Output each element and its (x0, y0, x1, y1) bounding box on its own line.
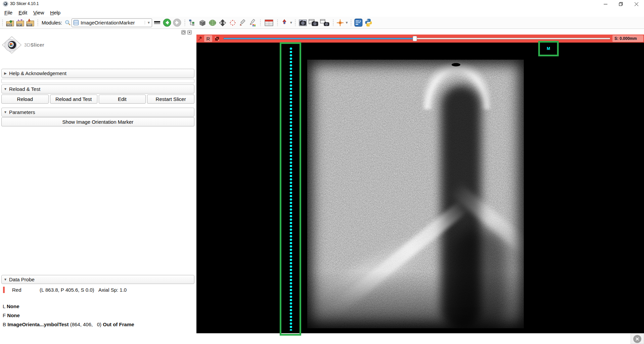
popout-icon (181, 30, 186, 35)
panel-popup-button[interactable] (181, 30, 186, 35)
panel-toggle-icon (154, 21, 160, 25)
model-sphere-icon (209, 19, 217, 27)
collapsed-arrow-icon: ▶ (2, 71, 9, 75)
chevron-down-icon[interactable]: ▼ (289, 21, 293, 24)
scene-view-restore-button[interactable] (319, 18, 331, 28)
close-button[interactable] (629, 0, 644, 8)
load-data-button[interactable]: DATA (5, 18, 15, 28)
folder-dicom-icon: DCM (16, 19, 25, 27)
show-orientation-marker-button[interactable]: Show Image Orientation Marker (1, 117, 194, 126)
slicer-logo-text: 3DSlicer (24, 42, 44, 48)
menu-bar: File Edit View Help (0, 8, 644, 17)
view-controllers-button[interactable] (280, 18, 289, 28)
module-history-forward-button[interactable] (172, 18, 182, 28)
arch-notch (452, 63, 460, 66)
section-parameters[interactable]: ▼ Parameters (1, 108, 194, 117)
slicer-window: 3D Slicer 4.10.1 File Edit View Help (0, 0, 644, 344)
section-data-probe-label: Data Probe (9, 277, 35, 282)
title-bar: 3D Slicer 4.10.1 (0, 0, 644, 8)
section-reload-label: Reload & Test (9, 86, 40, 92)
edit-button[interactable]: Edit (99, 95, 146, 104)
data-probe-slice-row: Red (L 863.8, P 405.6, S 0.0) Axial Sp: … (0, 286, 196, 294)
module-icon (73, 20, 79, 25)
menu-help[interactable]: Help (47, 9, 63, 16)
slice-name: Red (12, 287, 21, 293)
restore-button[interactable] (613, 0, 629, 8)
link-icon (215, 36, 220, 41)
notification-close-button[interactable] (631, 334, 644, 344)
svg-text:SAVE: SAVE (27, 24, 32, 26)
ras-coordinates: (L 863.8, P 405.6, S 0.0) (40, 287, 94, 293)
pushpin-icon (198, 36, 203, 41)
slice-orientation-label[interactable]: R (204, 35, 212, 42)
subject-hierarchy-button[interactable] (187, 18, 197, 28)
layout-selector-button[interactable] (263, 18, 275, 28)
models-module-button[interactable] (208, 18, 218, 28)
crosshair-button[interactable] (336, 18, 344, 28)
speckle-texture (307, 60, 524, 328)
updown-arrows-icon (282, 19, 287, 26)
restart-slicer-button[interactable]: Restart Slicer (147, 95, 194, 104)
python-console-button[interactable] (364, 18, 374, 28)
screenshot-button[interactable] (298, 18, 308, 28)
module-search-button[interactable] (64, 18, 72, 28)
load-dicom-button[interactable]: DCM (15, 18, 25, 28)
bright-band-left-echo (307, 226, 442, 326)
menu-view[interactable]: View (30, 9, 47, 16)
module-history-back-button[interactable] (162, 18, 172, 28)
camera-window-small-icon (320, 19, 330, 26)
volumes-module-button[interactable] (197, 18, 208, 28)
python-icon (364, 18, 373, 27)
transforms-module-button[interactable] (218, 18, 228, 28)
slice-pin-button[interactable] (197, 36, 203, 42)
reload-and-test-button[interactable]: Reload and Test (50, 95, 97, 104)
annotation-pen-icon (249, 19, 257, 26)
chevron-down-icon: ▼ (145, 21, 150, 24)
slice-render-area[interactable]: M B: ImageOrientationMarkerSymbolTest (196, 43, 644, 333)
app-logo-icon (3, 1, 8, 7)
slider-fill (224, 38, 415, 39)
slice-controller-bar: R S: 0.000mm (196, 35, 644, 43)
camera-window-icon (309, 19, 319, 26)
expanded-arrow-icon: ▼ (2, 87, 9, 91)
scene-view-capture-button[interactable] (308, 18, 319, 28)
slice-spacing: Axial Sp: 1.0 (98, 287, 127, 293)
camera-icon (299, 19, 307, 26)
minimize-icon (604, 2, 607, 6)
probe-label-layer: L None (3, 303, 19, 309)
menu-file[interactable]: File (1, 9, 15, 16)
section-data-probe[interactable]: ▼ Data Probe (1, 275, 194, 284)
acoustic-shadow-column (441, 85, 481, 328)
menu-edit[interactable]: Edit (15, 9, 30, 16)
minimize-button[interactable] (598, 0, 613, 8)
panel-close-button[interactable] (187, 30, 192, 35)
toolbar-grip (350, 19, 352, 26)
restore-icon (619, 2, 623, 6)
module-panel-toggle-button[interactable] (152, 18, 162, 28)
red-slice-color-swatch (3, 287, 5, 293)
close-box-icon (187, 30, 192, 35)
markups-module-button[interactable] (228, 18, 238, 28)
module-selector-combobox[interactable]: ImageOrientationMarker ▼ (72, 18, 152, 27)
search-icon (65, 20, 71, 26)
editor-module-button[interactable] (238, 18, 248, 28)
extensions-manager-button[interactable] (354, 18, 364, 28)
annotations-module-button[interactable] (248, 18, 258, 28)
slice-link-button[interactable] (214, 36, 220, 42)
section-help-acknowledgement[interactable]: ▶ Help & Acknowledgement (1, 69, 194, 78)
highlight-rectangle-marker: M (538, 41, 559, 56)
background-volume-label: B: ImageOrientationMarkerSymbolTest (199, 334, 279, 340)
chevron-down-icon[interactable]: ▼ (345, 21, 349, 24)
save-data-button[interactable]: SAVE (25, 18, 35, 28)
reload-button[interactable]: Reload (1, 95, 49, 104)
module-selected-name: ImageOrientationMarker (81, 20, 143, 25)
forward-arrow-icon (173, 18, 181, 27)
section-reload-test[interactable]: ▼ Reload & Test (1, 84, 194, 94)
probe-background-layer: B ImageOrienta...ymbolTest (864, 406, 0)… (3, 322, 134, 327)
folder-data-icon: DATA (6, 19, 14, 27)
folder-save-icon: SAVE (26, 19, 35, 27)
slider-handle[interactable] (413, 36, 417, 41)
expanded-arrow-icon: ▼ (2, 110, 9, 114)
bright-band-left (324, 200, 468, 321)
toolbar-grip (37, 19, 39, 26)
